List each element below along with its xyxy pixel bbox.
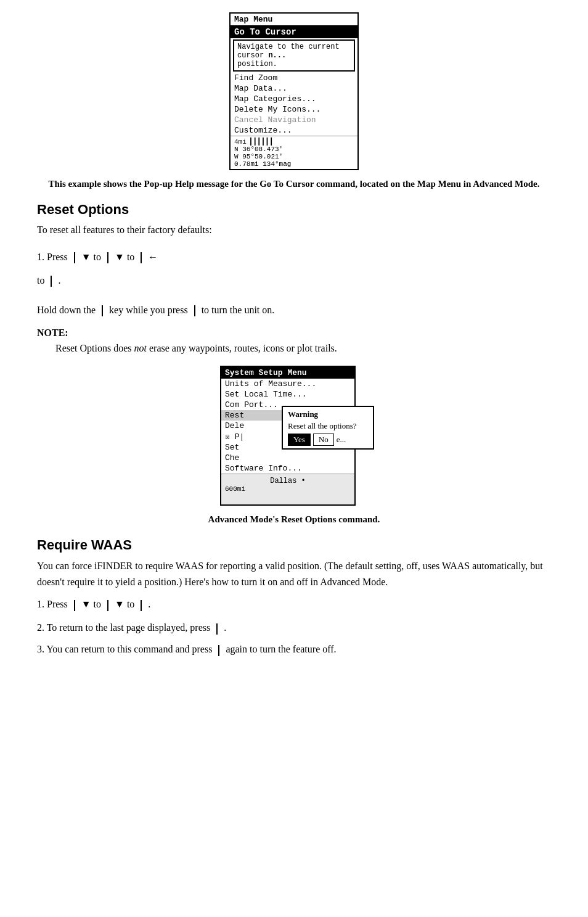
left-arrow-1: ←	[148, 252, 158, 262]
no-button[interactable]: No	[313, 434, 334, 446]
sys-map-scale: 600mi	[225, 485, 351, 493]
waas-pipe-1	[74, 600, 75, 611]
map-menu-status: 4mi ┃┃┃┃┃┃ N 36°08.473' W 95°50.021' 0.7…	[231, 136, 357, 169]
sys-item-checklist: Che	[221, 453, 354, 463]
note-label: NOTE:	[37, 327, 551, 339]
hold-prefix: Hold down the	[37, 305, 96, 315]
map-menu-popup: Navigate to the current cursor n... posi…	[233, 39, 355, 72]
map-menu-item-deleteicons: Delete My Icons...	[231, 104, 357, 115]
waas-step1-dot: .	[148, 599, 150, 609]
waas-step-2: 2. To return to the last page displayed,…	[37, 618, 551, 638]
step1-dot: .	[58, 275, 60, 286]
system-menu-screenshot: System Setup Menu Units of Measure... Se…	[37, 366, 551, 506]
caption-1: This example shows the Pop-up Help messa…	[37, 178, 551, 191]
pipe-2	[107, 252, 108, 263]
popup-text: Navigate to the current cursor n...	[237, 43, 340, 60]
note-text: Reset Options does not erase any waypoin…	[55, 341, 551, 356]
waas-down-1: ▼ to	[81, 599, 101, 609]
pipe-1	[74, 252, 75, 263]
yes-button[interactable]: Yes	[288, 434, 311, 446]
waas-step-1: 1. Press ▼ to ▼ to .	[37, 594, 551, 614]
pipe-5	[102, 305, 103, 316]
warning-popup: Warning Reset all the options? Yes No e.…	[282, 406, 374, 450]
waas-step2-dot: .	[224, 622, 226, 633]
sys-menu-title: System Setup Menu	[221, 367, 354, 379]
down-arrow-2: ▼ to	[115, 252, 134, 262]
hold-line: Hold down the key while you press to tur…	[37, 300, 551, 320]
reset-step-1: 1. Press ▼ to ▼ to ←	[37, 247, 551, 267]
pipe-6	[194, 305, 195, 316]
down-arrow-1: ▼ to	[81, 252, 101, 262]
sys-item-localtime: Set Local Time...	[221, 389, 354, 400]
waas-para1: You can force iFINDER to require WAAS fo…	[37, 558, 551, 590]
warning-message: Reset all the options?	[288, 421, 368, 431]
waas-step-3: 3. You can return to this command and pr…	[37, 641, 551, 657]
map-menu-item-mapdata: Map Data...	[231, 83, 357, 94]
sys-item-units: Units of Measure...	[221, 379, 354, 389]
waas-down-2: ▼ to	[115, 599, 134, 609]
waas-pipe-2	[107, 600, 108, 611]
waas-step1-prefix: 1. Press	[37, 599, 68, 609]
map-city: Dallas •	[225, 477, 351, 485]
map-menu-title: Map Menu	[231, 14, 357, 26]
map-menu-item-cancelnav: Cancel Navigation	[231, 115, 357, 125]
caption-2: Advanced Mode's Reset Options command.	[37, 513, 551, 526]
map-scale-bar: 4mi ┃┃┃┃┃┃	[234, 138, 354, 146]
waas-pipe-4	[216, 623, 218, 635]
waas-step2-text: 2. To return to the last page displayed,…	[37, 622, 210, 633]
page-content: Map Menu Go To Cursor Navigate to the cu…	[37, 12, 551, 657]
pipe-3	[141, 252, 142, 263]
reset-options-intro: To reset all features to their factory d…	[37, 223, 551, 237]
map-menu-item-findzoom: Find Zoom	[231, 73, 357, 83]
require-waas-heading: Require WAAS	[37, 537, 551, 553]
reset-step-1-cont: to .	[37, 271, 551, 290]
sys-menu-map: Dallas • 600mi	[221, 474, 354, 504]
map-menu-item-mapcats: Map Categories...	[231, 94, 357, 104]
hold-suffix: to turn the unit on.	[202, 305, 275, 315]
hold-middle: key while you press	[109, 305, 188, 315]
map-menu-screenshot: Map Menu Go To Cursor Navigate to the cu…	[37, 12, 551, 170]
map-menu-item-customize: Customize...	[231, 125, 357, 136]
system-menu-wrapper: System Setup Menu Units of Measure... Se…	[220, 366, 368, 506]
pipe-4	[51, 276, 52, 287]
sys-item-software: Software Info...	[221, 463, 354, 474]
map-menu-selected-item: Go To Cursor	[231, 26, 357, 38]
waas-pipe-3	[141, 600, 142, 611]
reset-options-heading: Reset Options	[37, 202, 551, 218]
warning-title: Warning	[288, 409, 368, 419]
warning-buttons: Yes No e...	[288, 434, 368, 446]
step1-prefix: 1. Press	[37, 252, 68, 262]
map-menu-box: Map Menu Go To Cursor Navigate to the cu…	[229, 12, 359, 170]
step1-to: to	[37, 275, 44, 286]
waas-pipe-5	[218, 645, 219, 656]
map-coords: N 36°08.473' W 95°50.021' 0.78mi 134°mag	[234, 146, 354, 168]
